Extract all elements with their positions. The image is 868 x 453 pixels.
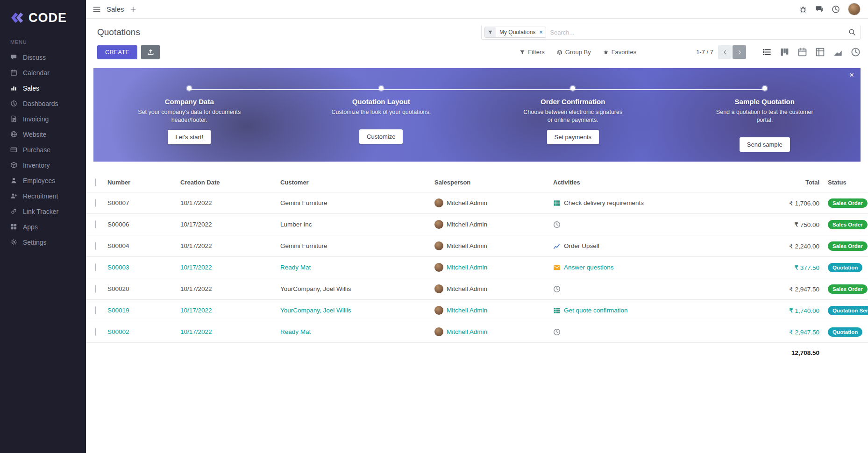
export-button[interactable] — [141, 45, 160, 59]
column-header-salesperson[interactable]: Salesperson — [434, 179, 553, 186]
row-checkbox[interactable] — [95, 306, 96, 314]
row-customer: YourCompany, Joel Willis — [280, 285, 434, 292]
row-creation-date: 10/17/2022 — [180, 221, 280, 228]
step-button-4[interactable]: Send sample — [740, 137, 790, 152]
step-button-1[interactable]: Let's start! — [168, 130, 211, 144]
sidebar-item-apps[interactable]: Apps — [0, 219, 86, 234]
row-salesperson[interactable]: Mitchell Admin — [434, 220, 553, 229]
sidebar-item-website[interactable]: Website — [0, 127, 86, 142]
row-checkbox[interactable] — [95, 220, 96, 228]
row-salesperson[interactable]: Mitchell Admin — [434, 327, 553, 336]
app-logo[interactable]: CODE — [0, 0, 86, 35]
row-salesperson[interactable]: Mitchell Admin — [434, 241, 553, 250]
sidebar-item-inventory[interactable]: Inventory — [0, 157, 86, 173]
row-salesperson[interactable]: Mitchell Admin — [434, 198, 553, 207]
table-row[interactable]: S00019 10/17/2022 YourCompany, Joel Will… — [86, 300, 868, 321]
facet-remove-icon[interactable]: × — [539, 29, 546, 35]
groupby-label: Group By — [565, 49, 591, 56]
salesperson-avatar — [434, 198, 443, 207]
table-row[interactable]: S00020 10/17/2022 YourCompany, Joel Will… — [86, 278, 868, 300]
select-all-checkbox[interactable] — [95, 178, 96, 186]
view-graph-icon[interactable] — [833, 47, 843, 57]
column-header-total[interactable]: Total — [773, 179, 819, 186]
favorites-star-icon — [603, 50, 609, 55]
row-salesperson[interactable]: Mitchell Admin — [434, 284, 553, 293]
pager-next-button[interactable] — [733, 45, 746, 59]
row-checkbox[interactable] — [95, 285, 96, 293]
column-header-customer[interactable]: Customer — [280, 179, 434, 186]
sidebar-item-calendar[interactable]: Calendar — [0, 65, 86, 80]
table-row[interactable]: S00006 10/17/2022 Lumber Inc Mitchell Ad… — [86, 214, 868, 235]
sidebar-item-sales[interactable]: Sales — [0, 80, 86, 96]
messages-icon[interactable] — [815, 5, 824, 14]
column-header-number[interactable]: Number — [107, 179, 180, 186]
view-calendar-icon[interactable] — [797, 47, 807, 57]
column-header-creation-date[interactable]: Creation Date — [180, 179, 280, 186]
sales-icon — [10, 85, 17, 92]
row-salesperson[interactable]: Mitchell Admin — [434, 306, 553, 315]
search-bar[interactable]: My Quotations × — [481, 25, 861, 40]
table-row[interactable]: S00004 10/17/2022 Gemini Furniture Mitch… — [86, 235, 868, 257]
view-activity-icon[interactable] — [851, 47, 861, 57]
row-activity[interactable]: Answer questions — [553, 264, 773, 271]
banner-close-icon[interactable]: × — [849, 71, 854, 79]
hamburger-menu-icon[interactable] — [92, 5, 101, 14]
apps-icon — [10, 223, 17, 230]
favorites-button[interactable]: Favorites — [603, 49, 636, 56]
sidebar-item-dashboards[interactable]: Dashboards — [0, 96, 86, 111]
status-badge: Quotation — [828, 263, 862, 272]
list-rows: S00007 10/17/2022 Gemini Furniture Mitch… — [86, 192, 868, 343]
sidebar-item-purchase[interactable]: Purchase — [0, 142, 86, 157]
search-input[interactable] — [550, 29, 845, 36]
user-avatar[interactable] — [848, 3, 861, 15]
row-total: ₹ 2,947.50 — [773, 328, 819, 336]
search-icon[interactable] — [848, 28, 856, 36]
row-activity[interactable] — [553, 221, 773, 228]
status-badge: Sales Order — [828, 284, 868, 294]
view-kanban-icon[interactable] — [780, 47, 790, 57]
row-activity[interactable] — [553, 285, 773, 293]
activities-clock-icon[interactable] — [832, 5, 840, 14]
view-pivot-icon[interactable] — [815, 47, 825, 57]
row-activity[interactable]: Order Upsell — [553, 242, 773, 250]
row-checkbox[interactable] — [95, 199, 96, 207]
topbar-app-name[interactable]: Sales — [107, 5, 124, 13]
view-switcher — [762, 47, 861, 57]
step-button-2[interactable]: Customize — [359, 129, 403, 144]
row-checkbox[interactable] — [95, 242, 96, 250]
row-checkbox[interactable] — [95, 263, 96, 271]
view-list-icon[interactable] — [762, 47, 772, 57]
table-row[interactable]: S00003 10/17/2022 Ready Mat Mitchell Adm… — [86, 257, 868, 278]
groupby-button[interactable]: Group By — [557, 49, 591, 56]
code-logo-icon — [8, 12, 24, 24]
filters-button[interactable]: Filters — [519, 49, 544, 56]
sidebar-item-recruitment[interactable]: Recruitment — [0, 188, 86, 204]
sidebar: CODE MENU Discuss Calendar Sales Dashboa… — [0, 0, 86, 453]
row-creation-date: 10/17/2022 — [180, 307, 280, 314]
website-icon — [10, 131, 17, 138]
plus-icon[interactable] — [130, 6, 136, 13]
sidebar-item-settings[interactable]: Settings — [0, 234, 86, 250]
sidebar-item-discuss[interactable]: Discuss — [0, 50, 86, 65]
sidebar-item-invoicing[interactable]: Invoicing — [0, 111, 86, 127]
pager-previous-button[interactable] — [718, 45, 732, 59]
table-row[interactable]: S00007 10/17/2022 Gemini Furniture Mitch… — [86, 192, 868, 214]
clock-icon — [553, 328, 561, 336]
step-button-3[interactable]: Set payments — [547, 130, 599, 144]
row-activity[interactable] — [553, 328, 773, 336]
invoicing-icon — [10, 115, 17, 122]
create-button[interactable]: CREATE — [97, 45, 137, 59]
row-activity[interactable]: Check delivery requirements — [553, 199, 773, 207]
bug-icon[interactable] — [799, 5, 807, 14]
status-badge: Sales Order — [828, 220, 868, 229]
row-activity[interactable]: Get quote confirmation — [553, 307, 773, 314]
sidebar-item-employees[interactable]: Employees — [0, 173, 86, 188]
link-icon — [10, 208, 17, 215]
table-row[interactable]: S00002 10/17/2022 Ready Mat Mitchell Adm… — [86, 321, 868, 343]
column-header-activities[interactable]: Activities — [553, 179, 773, 186]
row-salesperson[interactable]: Mitchell Admin — [434, 263, 553, 272]
sidebar-item-link-tracker[interactable]: Link Tracker — [0, 204, 86, 219]
column-header-status[interactable]: Status — [819, 179, 868, 186]
row-checkbox[interactable] — [95, 328, 96, 336]
row-customer: Gemini Furniture — [280, 242, 434, 249]
